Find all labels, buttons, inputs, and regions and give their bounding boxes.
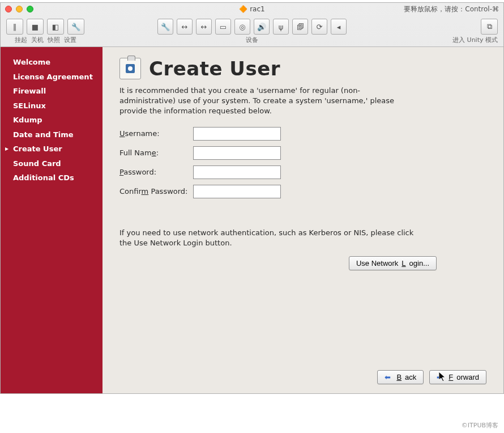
guest-content: Welcome License Agreement Firewall SELin… <box>1 46 503 393</box>
poweroff-label: 关机 <box>31 36 44 44</box>
network-login-text: If you need to use network authenticatio… <box>119 228 414 248</box>
confirm-password-input[interactable] <box>193 185 281 198</box>
sidebar-item-datetime[interactable]: Date and Time <box>1 128 102 142</box>
device-button[interactable]: ψ <box>273 19 289 35</box>
release-mouse-hint: 要释放鼠标，请按：Control-⌘ <box>404 5 499 14</box>
sidebar-item-license[interactable]: License Agreement <box>1 70 102 84</box>
nav-buttons: BBackack Forward <box>119 364 486 384</box>
device-button[interactable]: ↔ <box>196 19 212 35</box>
device-button[interactable]: ⟳ <box>311 19 327 35</box>
toolbar-right-group: ⧉ 进入 Unity 模式 <box>452 19 498 44</box>
settings-button[interactable]: 🔧 <box>67 19 84 35</box>
toolbar-left-group: ‖ ■ ◧ 🔧 挂起 关机 快照 设置 <box>6 19 84 44</box>
forward-button[interactable]: Forward <box>429 370 486 384</box>
snapshot-button[interactable]: ◧ <box>47 19 64 35</box>
password-input[interactable] <box>193 165 281 179</box>
suspend-button[interactable]: ‖ <box>6 19 23 35</box>
sidebar-item-sound[interactable]: Sound Card <box>1 156 102 171</box>
back-button[interactable]: BBackack <box>377 370 424 384</box>
close-icon[interactable] <box>5 6 12 12</box>
user-icon <box>119 58 141 79</box>
sidebar-item-kdump[interactable]: Kdump <box>1 113 102 128</box>
device-button[interactable]: 🔊 <box>254 19 270 35</box>
description-text: It is recommended that you create a 'use… <box>119 86 408 117</box>
username-input[interactable] <box>193 127 281 141</box>
sidebar-item-create-user[interactable]: Create User <box>1 142 102 156</box>
confirm-label: Confirm Password: <box>119 187 193 196</box>
vm-window: 🔶 rac1 要释放鼠标，请按：Control-⌘ ‖ ■ ◧ 🔧 挂起 关机 … <box>0 2 504 394</box>
window-controls <box>5 6 33 12</box>
device-button[interactable]: ▭ <box>215 19 231 35</box>
sidebar-item-cds[interactable]: Additional CDs <box>1 171 102 185</box>
device-button[interactable]: ↔ <box>177 19 193 35</box>
sidebar-item-welcome[interactable]: Welcome <box>1 55 102 70</box>
minimize-icon[interactable] <box>16 6 23 12</box>
titlebar: 🔶 rac1 要释放鼠标，请按：Control-⌘ <box>1 3 503 15</box>
devices-label: 设备 <box>246 35 258 44</box>
sidebar-item-selinux[interactable]: SELinux <box>1 99 102 113</box>
host-toolbar: ‖ ■ ◧ 🔧 挂起 关机 快照 设置 🔧 ↔ ↔ ▭ ◎ 🔊 ψ 🗐 <box>1 15 503 46</box>
device-button[interactable]: ◂ <box>331 19 347 35</box>
arrow-right-icon <box>437 373 445 381</box>
network-login-button[interactable]: Use Network Login... <box>349 256 437 270</box>
device-button[interactable]: 🔧 <box>157 19 173 35</box>
suspend-label: 挂起 <box>15 36 27 44</box>
settings-label: 设置 <box>64 36 76 44</box>
main-panel: Create User It is recommended that you c… <box>102 47 503 393</box>
sidebar-item-firewall[interactable]: Firewall <box>1 84 102 99</box>
device-button[interactable]: ◎ <box>234 19 250 35</box>
zoom-icon[interactable] <box>27 6 33 12</box>
fullname-label: Full Name: <box>119 148 193 157</box>
poweroff-button[interactable]: ■ <box>27 19 44 35</box>
toolbar-center-group: 🔧 ↔ ↔ ▭ ◎ 🔊 ψ 🗐 ⟳ ◂ 设备 <box>157 19 347 44</box>
fullname-input[interactable] <box>193 146 281 160</box>
unity-label: 进入 Unity 模式 <box>452 35 498 44</box>
page-title: Create User <box>149 57 280 80</box>
password-label: Password: <box>119 168 193 176</box>
snapshot-label: 快照 <box>48 36 60 44</box>
unity-button[interactable]: ⧉ <box>481 19 498 35</box>
device-button[interactable]: 🗐 <box>292 19 308 35</box>
setup-sidebar: Welcome License Agreement Firewall SELin… <box>1 47 102 393</box>
arrow-left-icon <box>385 373 393 381</box>
username-label: Username: <box>119 129 193 138</box>
